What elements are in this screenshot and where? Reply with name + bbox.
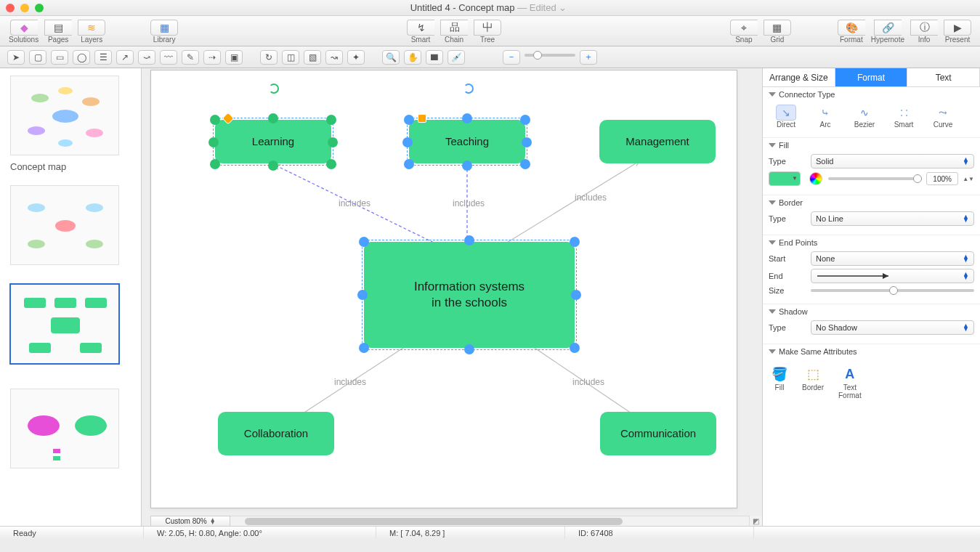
- canvas-corner-icon[interactable]: ◩: [749, 516, 762, 526]
- connector-bezier[interactable]: ∿Bezier: [849, 105, 880, 129]
- zoom-slider[interactable]: [525, 54, 575, 61]
- handle[interactable]: [359, 343, 369, 353]
- tree-connector-button[interactable]: ⼬: [474, 20, 501, 36]
- rect-select-tool[interactable]: ▢: [29, 50, 46, 65]
- tab-text[interactable]: Text: [907, 68, 980, 86]
- pencil-tool[interactable]: ✎: [182, 50, 199, 65]
- disclosure-icon[interactable]: [769, 200, 776, 205]
- endpoint-size-slider[interactable]: [811, 289, 974, 292]
- disclosure-icon[interactable]: [769, 240, 776, 245]
- same-border-button[interactable]: ⬚Border: [802, 365, 824, 399]
- tab-arrange[interactable]: Arrange & Size: [763, 68, 835, 86]
- chain-connector-button[interactable]: 品: [440, 20, 468, 36]
- stepper-icon[interactable]: ▲▼: [210, 519, 216, 524]
- spline-tool[interactable]: 〰: [160, 50, 177, 65]
- shadow-type-select[interactable]: No Shadow▲▼: [811, 320, 974, 335]
- fill-color-swatch[interactable]: ▼: [769, 171, 801, 186]
- zoom-tool[interactable]: 🔍: [382, 50, 400, 65]
- disclosure-icon[interactable]: [769, 309, 776, 314]
- canvas-area[interactable]: includes includes includes includes incl…: [142, 68, 762, 526]
- handle[interactable]: [404, 115, 414, 125]
- stamp-tool[interactable]: ⯀: [426, 50, 443, 65]
- pointer-tool[interactable]: ➤: [7, 50, 25, 65]
- opacity-value[interactable]: 100%: [926, 172, 958, 185]
- tab-format[interactable]: Format: [835, 68, 908, 86]
- handle[interactable]: [210, 159, 220, 169]
- disclosure-icon[interactable]: [769, 349, 776, 354]
- edge-edit-tool[interactable]: ↝: [325, 50, 343, 65]
- page-thumb-3[interactable]: [10, 284, 119, 364]
- handle[interactable]: [210, 115, 220, 125]
- node-teaching[interactable]: Teaching: [409, 120, 525, 163]
- window-title-chevron-icon[interactable]: ⌄: [559, 2, 567, 13]
- disclosure-icon[interactable]: [769, 92, 776, 97]
- color-wheel-button[interactable]: [809, 172, 822, 185]
- solutions-button[interactable]: ◆: [10, 20, 38, 36]
- zoom-readout[interactable]: Custom 80% ▲▼: [150, 516, 230, 526]
- group-tool[interactable]: ◫: [282, 50, 299, 65]
- connector-tool[interactable]: ⇢: [203, 50, 221, 65]
- rotate-handle-learning[interactable]: [269, 84, 279, 94]
- handle[interactable]: [462, 161, 472, 171]
- node-learning[interactable]: Learning: [215, 120, 331, 163]
- smart-connector-button[interactable]: ↯: [407, 20, 434, 36]
- eyedropper-tool[interactable]: 💉: [448, 50, 465, 65]
- handle[interactable]: [328, 137, 338, 147]
- handle[interactable]: [520, 115, 530, 125]
- end-arrow-select[interactable]: ▲▼: [811, 269, 974, 283]
- handle[interactable]: [520, 159, 530, 169]
- page-thumb-4[interactable]: [10, 389, 119, 468]
- node-collaboration[interactable]: Collaboration: [218, 412, 334, 455]
- zoom-out-button[interactable]: －: [503, 50, 520, 65]
- handle[interactable]: [402, 137, 413, 147]
- snap-button[interactable]: ⌖: [730, 20, 758, 36]
- handle[interactable]: [570, 343, 580, 353]
- handle[interactable]: [268, 161, 278, 171]
- handle[interactable]: [326, 115, 336, 125]
- same-text-button[interactable]: ATextFormat: [838, 365, 862, 399]
- node-edit-tool[interactable]: ✦: [347, 50, 365, 65]
- node-communication[interactable]: Communication: [600, 412, 716, 455]
- start-arrow-select[interactable]: None▲▼: [811, 251, 974, 266]
- horizontal-scrollbar[interactable]: [150, 516, 753, 526]
- page-thumb-1[interactable]: [10, 76, 119, 155]
- canvas[interactable]: includes includes includes includes incl…: [150, 70, 737, 508]
- handle[interactable]: [268, 113, 278, 123]
- info-button[interactable]: ⓘ: [910, 20, 938, 36]
- present-button[interactable]: ▶: [944, 20, 971, 36]
- arc-tool[interactable]: ⤻: [138, 50, 155, 65]
- connector-curve[interactable]: ⤳Curve: [927, 105, 959, 129]
- page-thumb-2[interactable]: [10, 185, 119, 265]
- handle[interactable]: [208, 137, 219, 147]
- line-tool[interactable]: ↗: [116, 50, 134, 65]
- close-window-button[interactable]: [6, 4, 15, 12]
- connector-arc[interactable]: ⤷Arc: [809, 105, 841, 129]
- handle[interactable]: [404, 159, 414, 169]
- border-type-select[interactable]: No Line▲▼: [811, 211, 974, 226]
- handle[interactable]: [522, 137, 532, 147]
- fullscreen-window-button[interactable]: [35, 4, 44, 12]
- rect-shape-tool[interactable]: ▭: [51, 50, 68, 65]
- disclosure-icon[interactable]: [769, 143, 776, 147]
- text-tool[interactable]: ☰: [94, 50, 112, 65]
- hand-tool[interactable]: ✋: [404, 50, 421, 65]
- node-center[interactable]: Information systems in the schools: [364, 242, 575, 348]
- handle[interactable]: [571, 290, 581, 300]
- node-management[interactable]: Management: [599, 120, 716, 163]
- handle[interactable]: [464, 344, 474, 354]
- ellipse-tool[interactable]: ◯: [73, 50, 90, 65]
- pages-button[interactable]: ▤: [44, 20, 72, 36]
- handle[interactable]: [357, 290, 368, 300]
- same-fill-button[interactable]: 🪣Fill: [772, 365, 787, 399]
- library-button[interactable]: ▦: [150, 20, 178, 36]
- handle[interactable]: [326, 159, 336, 169]
- format-panel-button[interactable]: 🎨: [838, 20, 865, 36]
- stepper-icon[interactable]: ▲▼: [963, 176, 974, 182]
- scrollbar-thumb[interactable]: [245, 518, 623, 525]
- handle[interactable]: [462, 113, 472, 123]
- fill-type-select[interactable]: Solid▲▼: [811, 154, 974, 169]
- rotate-tool[interactable]: ↻: [260, 50, 278, 65]
- rotate-handle-teaching[interactable]: [463, 84, 474, 94]
- minimize-window-button[interactable]: [20, 4, 29, 12]
- layers-button[interactable]: ≋: [78, 20, 105, 36]
